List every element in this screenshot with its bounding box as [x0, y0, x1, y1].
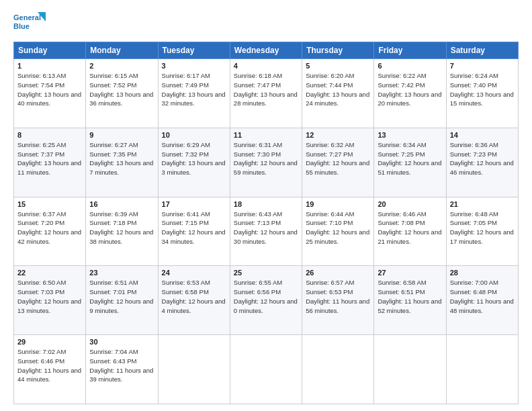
- calendar-cell: 7 Sunrise: 6:24 AMSunset: 7:40 PMDayligh…: [446, 59, 518, 128]
- weekday-header-thursday: Thursday: [302, 42, 374, 59]
- day-number: 21: [450, 200, 515, 208]
- calendar-cell: [302, 335, 374, 404]
- day-number: 6: [378, 62, 442, 70]
- logo-svg: General Blue: [13, 11, 47, 36]
- day-info: Sunrise: 6:20 AMSunset: 7:44 PMDaylight:…: [306, 72, 369, 107]
- page-header: General Blue: [13, 11, 519, 36]
- day-info: Sunrise: 6:39 AMSunset: 7:18 PMDaylight:…: [89, 210, 153, 245]
- calendar-week-row: 1 Sunrise: 6:13 AMSunset: 7:54 PMDayligh…: [14, 59, 519, 128]
- calendar-cell: 26 Sunrise: 6:57 AMSunset: 6:53 PMDaylig…: [302, 266, 374, 335]
- day-info: Sunrise: 6:31 AMSunset: 7:30 PMDaylight:…: [234, 141, 298, 176]
- calendar-table: SundayMondayTuesdayWednesdayThursdayFrid…: [13, 42, 519, 404]
- calendar-week-row: 15 Sunrise: 6:37 AMSunset: 7:20 PMDaylig…: [14, 197, 519, 266]
- day-info: Sunrise: 6:37 AMSunset: 7:20 PMDaylight:…: [17, 210, 81, 245]
- weekday-header-saturday: Saturday: [446, 42, 518, 59]
- day-info: Sunrise: 6:36 AMSunset: 7:23 PMDaylight:…: [450, 141, 514, 176]
- day-number: 12: [306, 131, 370, 139]
- day-info: Sunrise: 6:50 AMSunset: 7:03 PMDaylight:…: [17, 279, 81, 314]
- day-info: Sunrise: 6:48 AMSunset: 7:05 PMDaylight:…: [450, 210, 514, 245]
- calendar-cell: 2 Sunrise: 6:15 AMSunset: 7:52 PMDayligh…: [86, 59, 158, 128]
- calendar-cell: 10 Sunrise: 6:29 AMSunset: 7:32 PMDaylig…: [158, 128, 230, 197]
- calendar-cell: 18 Sunrise: 6:43 AMSunset: 7:13 PMDaylig…: [230, 197, 302, 266]
- day-number: 22: [17, 269, 82, 277]
- calendar-cell: 3 Sunrise: 6:17 AMSunset: 7:49 PMDayligh…: [158, 59, 230, 128]
- weekday-header-sunday: Sunday: [14, 42, 86, 59]
- calendar-cell: 22 Sunrise: 6:50 AMSunset: 7:03 PMDaylig…: [14, 266, 86, 335]
- day-number: 14: [450, 131, 515, 139]
- day-info: Sunrise: 6:51 AMSunset: 7:01 PMDaylight:…: [89, 279, 153, 314]
- weekday-header-tuesday: Tuesday: [158, 42, 230, 59]
- calendar-cell: 30 Sunrise: 7:04 AMSunset: 6:43 PMDaylig…: [86, 335, 158, 404]
- calendar-body: 1 Sunrise: 6:13 AMSunset: 7:54 PMDayligh…: [14, 59, 519, 404]
- calendar-cell: [374, 335, 446, 404]
- day-number: 16: [89, 200, 154, 208]
- day-number: 20: [378, 200, 442, 208]
- day-number: 18: [234, 200, 298, 208]
- day-info: Sunrise: 6:15 AMSunset: 7:52 PMDaylight:…: [89, 72, 153, 107]
- calendar-cell: 9 Sunrise: 6:27 AMSunset: 7:35 PMDayligh…: [86, 128, 158, 197]
- day-number: 9: [89, 131, 154, 139]
- calendar-cell: 24 Sunrise: 6:53 AMSunset: 6:58 PMDaylig…: [158, 266, 230, 335]
- day-number: 27: [378, 269, 442, 277]
- calendar-cell: 14 Sunrise: 6:36 AMSunset: 7:23 PMDaylig…: [446, 128, 518, 197]
- calendar-cell: 17 Sunrise: 6:41 AMSunset: 7:15 PMDaylig…: [158, 197, 230, 266]
- day-number: 3: [162, 62, 226, 70]
- day-number: 11: [234, 131, 298, 139]
- day-number: 8: [17, 131, 82, 139]
- calendar-cell: [230, 335, 302, 404]
- logo: General Blue: [13, 11, 47, 36]
- day-info: Sunrise: 7:04 AMSunset: 6:43 PMDaylight:…: [89, 348, 153, 383]
- day-number: 25: [234, 269, 298, 277]
- svg-text:Blue: Blue: [13, 22, 30, 30]
- calendar-cell: 4 Sunrise: 6:18 AMSunset: 7:47 PMDayligh…: [230, 59, 302, 128]
- day-number: 13: [378, 131, 442, 139]
- calendar-week-row: 22 Sunrise: 6:50 AMSunset: 7:03 PMDaylig…: [14, 266, 519, 335]
- day-info: Sunrise: 6:29 AMSunset: 7:32 PMDaylight:…: [162, 141, 226, 176]
- calendar-cell: 25 Sunrise: 6:55 AMSunset: 6:56 PMDaylig…: [230, 266, 302, 335]
- day-number: 17: [162, 200, 226, 208]
- calendar-cell: 5 Sunrise: 6:20 AMSunset: 7:44 PMDayligh…: [302, 59, 374, 128]
- calendar-cell: 12 Sunrise: 6:32 AMSunset: 7:27 PMDaylig…: [302, 128, 374, 197]
- calendar-cell: 6 Sunrise: 6:22 AMSunset: 7:42 PMDayligh…: [374, 59, 446, 128]
- day-info: Sunrise: 6:57 AMSunset: 6:53 PMDaylight:…: [306, 279, 369, 314]
- day-info: Sunrise: 6:24 AMSunset: 7:40 PMDaylight:…: [450, 72, 514, 107]
- day-number: 24: [162, 269, 226, 277]
- day-number: 10: [162, 131, 226, 139]
- day-info: Sunrise: 7:00 AMSunset: 6:48 PMDaylight:…: [450, 279, 514, 314]
- calendar-page: General Blue SundayMondayTuesdayWednesda…: [0, 0, 532, 411]
- calendar-cell: [446, 335, 518, 404]
- weekday-header-monday: Monday: [86, 42, 158, 59]
- day-info: Sunrise: 6:25 AMSunset: 7:37 PMDaylight:…: [17, 141, 81, 176]
- day-number: 7: [450, 62, 515, 70]
- day-info: Sunrise: 6:44 AMSunset: 7:10 PMDaylight:…: [306, 210, 369, 245]
- day-info: Sunrise: 6:55 AMSunset: 6:56 PMDaylight:…: [234, 279, 298, 314]
- day-info: Sunrise: 6:13 AMSunset: 7:54 PMDaylight:…: [17, 72, 81, 107]
- day-info: Sunrise: 6:18 AMSunset: 7:47 PMDaylight:…: [234, 72, 298, 107]
- day-info: Sunrise: 6:22 AMSunset: 7:42 PMDaylight:…: [378, 72, 441, 107]
- day-number: 19: [306, 200, 370, 208]
- day-number: 29: [17, 338, 82, 346]
- day-number: 28: [450, 269, 515, 277]
- calendar-cell: 27 Sunrise: 6:58 AMSunset: 6:51 PMDaylig…: [374, 266, 446, 335]
- day-info: Sunrise: 6:53 AMSunset: 6:58 PMDaylight:…: [162, 279, 226, 314]
- day-number: 26: [306, 269, 370, 277]
- calendar-cell: 20 Sunrise: 6:46 AMSunset: 7:08 PMDaylig…: [374, 197, 446, 266]
- calendar-cell: [158, 335, 230, 404]
- day-info: Sunrise: 6:17 AMSunset: 7:49 PMDaylight:…: [162, 72, 226, 107]
- calendar-cell: 21 Sunrise: 6:48 AMSunset: 7:05 PMDaylig…: [446, 197, 518, 266]
- day-info: Sunrise: 6:58 AMSunset: 6:51 PMDaylight:…: [378, 279, 441, 314]
- calendar-cell: 11 Sunrise: 6:31 AMSunset: 7:30 PMDaylig…: [230, 128, 302, 197]
- calendar-cell: 16 Sunrise: 6:39 AMSunset: 7:18 PMDaylig…: [86, 197, 158, 266]
- day-info: Sunrise: 7:02 AMSunset: 6:46 PMDaylight:…: [17, 348, 81, 383]
- day-number: 23: [89, 269, 154, 277]
- svg-text:General: General: [13, 13, 41, 21]
- weekday-header-friday: Friday: [374, 42, 446, 59]
- calendar-cell: 13 Sunrise: 6:34 AMSunset: 7:25 PMDaylig…: [374, 128, 446, 197]
- day-info: Sunrise: 6:32 AMSunset: 7:27 PMDaylight:…: [306, 141, 369, 176]
- calendar-cell: 19 Sunrise: 6:44 AMSunset: 7:10 PMDaylig…: [302, 197, 374, 266]
- day-number: 15: [17, 200, 82, 208]
- day-info: Sunrise: 6:43 AMSunset: 7:13 PMDaylight:…: [234, 210, 298, 245]
- calendar-cell: 28 Sunrise: 7:00 AMSunset: 6:48 PMDaylig…: [446, 266, 518, 335]
- day-number: 30: [89, 338, 154, 346]
- day-number: 1: [17, 62, 82, 70]
